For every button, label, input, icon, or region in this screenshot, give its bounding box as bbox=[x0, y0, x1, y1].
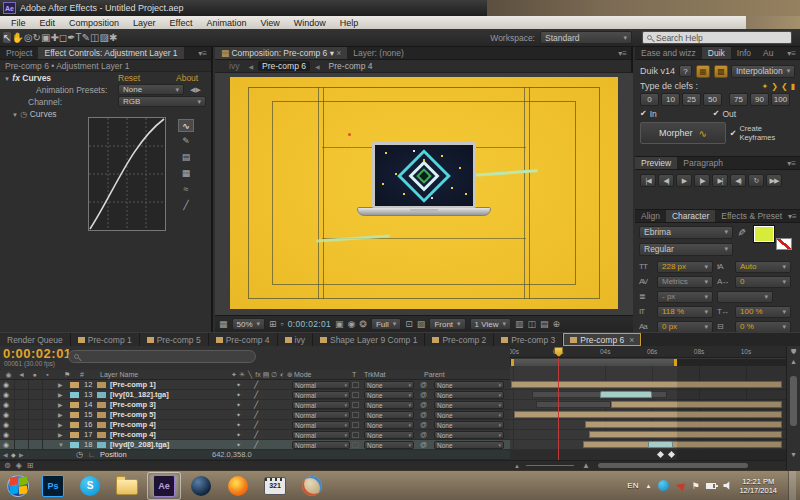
parent-select[interactable]: None▾ bbox=[434, 431, 504, 439]
parent-pickwhip-icon[interactable]: @ bbox=[420, 380, 427, 390]
tab-align[interactable]: Align bbox=[635, 210, 666, 223]
taskbar-after-effects-icon[interactable]: Ae bbox=[147, 472, 181, 500]
eraser-tool-icon[interactable]: ▨ bbox=[100, 32, 109, 43]
layer-label-swatch[interactable] bbox=[70, 422, 79, 428]
trkmat-select[interactable]: None▾ bbox=[364, 391, 414, 399]
layer-visibility-icon[interactable]: ◉ bbox=[3, 430, 9, 440]
always-preview-icon[interactable]: ▦ bbox=[219, 319, 228, 329]
layer-label-swatch[interactable] bbox=[70, 412, 79, 418]
layer-expand-icon[interactable]: ▶ bbox=[58, 400, 63, 410]
char-value-select[interactable]: 0 %▾ bbox=[735, 321, 791, 333]
char-value-select[interactable]: 0▾ bbox=[735, 276, 791, 288]
label-column-icon[interactable]: ⚑ bbox=[64, 370, 70, 380]
layer-shy-switch[interactable]: ✦ bbox=[236, 420, 241, 430]
trkmat-select[interactable]: None▾ bbox=[364, 431, 414, 439]
frame-blend-switch-icon[interactable]: ▤ bbox=[262, 370, 270, 380]
open-curve-file-icon[interactable]: ▤ bbox=[178, 151, 194, 164]
toggle-switches-modes-icon[interactable]: ⊞ bbox=[27, 461, 34, 470]
layer-duration-bar[interactable] bbox=[648, 441, 673, 448]
layer-duration-bar[interactable] bbox=[600, 391, 652, 398]
breadcrumb-ivy[interactable]: ivy bbox=[225, 61, 243, 71]
fast-preview-icon[interactable]: ◫ bbox=[527, 319, 536, 329]
layer-row-15[interactable]: ◉▶15[Pre-comp 5]✦╱Normal▾None▾@None▾ bbox=[0, 410, 510, 420]
layer-visibility-icon[interactable]: ◉ bbox=[3, 420, 9, 430]
preserve-transparency-checkbox[interactable] bbox=[352, 412, 359, 418]
take-snapshot-icon[interactable]: ▣ bbox=[335, 319, 344, 329]
preserve-transparency-checkbox[interactable] bbox=[352, 382, 359, 388]
layer-quality-switch[interactable]: ╱ bbox=[254, 380, 258, 390]
pixel-aspect-icon[interactable]: ▥ bbox=[515, 319, 524, 329]
layer-visibility-icon[interactable]: ◉ bbox=[3, 410, 9, 420]
panel-menu-icon[interactable]: ▾≡ bbox=[787, 49, 800, 58]
char-value-select[interactable]: - px▾ bbox=[657, 291, 713, 303]
timeline-tab-pre-comp-6[interactable]: Pre-comp 6× bbox=[563, 333, 642, 346]
layer-label-swatch[interactable] bbox=[70, 402, 79, 408]
font-style-select[interactable]: Regular▾ bbox=[639, 243, 733, 256]
next-keyframe-icon[interactable]: ▶ bbox=[19, 450, 24, 460]
parent-select[interactable]: None▾ bbox=[434, 381, 504, 389]
menu-window[interactable]: Window bbox=[287, 18, 333, 28]
layer-name[interactable]: [Pre-comp 1] bbox=[110, 380, 156, 390]
taskbar-explorer-icon[interactable] bbox=[110, 472, 144, 500]
layer-quality-switch[interactable]: ╱ bbox=[254, 410, 258, 420]
prev-frame-button[interactable]: ◀| bbox=[658, 174, 674, 187]
panel-menu-icon[interactable]: ▾≡ bbox=[618, 49, 631, 58]
tab-effect-controls[interactable]: Effect Controls: Adjustment Layer 1 bbox=[38, 47, 183, 60]
animation-presets-select[interactable]: None▾ bbox=[118, 84, 184, 95]
tab-preview[interactable]: Preview bbox=[635, 157, 677, 170]
tab-composition[interactable]: ▦ Composition: Pre-comp 6 ▾ × bbox=[215, 47, 347, 60]
tab-info[interactable]: Info bbox=[731, 47, 757, 60]
layer-expand-icon[interactable]: ▶ bbox=[58, 430, 63, 440]
tab-character[interactable]: Character bbox=[666, 210, 715, 223]
layer-label-swatch[interactable] bbox=[70, 392, 79, 398]
scroll-up-icon[interactable]: ▲ bbox=[787, 358, 800, 365]
menu-effect[interactable]: Effect bbox=[163, 18, 200, 28]
char-value-select[interactable]: Auto▾ bbox=[735, 261, 791, 273]
layer-row-13[interactable]: ◉▶13[ivy[01_182].tga]✦╱Normal▾None▾@None… bbox=[0, 390, 510, 400]
view-select[interactable]: Front▾ bbox=[429, 318, 465, 330]
layer-label-swatch[interactable] bbox=[70, 442, 79, 448]
trkmat-select[interactable]: None▾ bbox=[364, 441, 414, 449]
layer-quality-switch[interactable]: ╱ bbox=[254, 430, 258, 440]
panel-menu-icon[interactable]: ▾≡ bbox=[198, 49, 211, 58]
show-snapshot-icon[interactable]: ◉ bbox=[348, 319, 356, 329]
breadcrumb-pre-comp-4[interactable]: Pre-comp 4 bbox=[325, 61, 377, 71]
tab-duik[interactable]: Duik bbox=[702, 47, 731, 60]
tab-project[interactable]: Project bbox=[0, 47, 38, 60]
preset-prev-next-icons[interactable]: ◀▶ bbox=[190, 84, 201, 96]
loop-button[interactable]: ↻ bbox=[748, 174, 764, 187]
char-value-select[interactable]: 100 %▾ bbox=[735, 306, 791, 318]
zoom-tool-icon[interactable]: ◎ bbox=[24, 32, 33, 43]
next-frame-button[interactable]: |▶ bbox=[694, 174, 710, 187]
timeline-search-input[interactable] bbox=[68, 350, 256, 363]
channel-select[interactable]: RGB▾ bbox=[118, 96, 206, 107]
key-percent-0-button[interactable]: 0 bbox=[640, 93, 659, 106]
menu-help[interactable]: Help bbox=[333, 18, 366, 28]
composition-viewport[interactable] bbox=[215, 73, 633, 315]
key-ease-in-icon[interactable]: ❮ bbox=[781, 82, 788, 91]
layer-expand-icon[interactable]: ▶ bbox=[58, 410, 63, 420]
parent-pickwhip-icon[interactable]: @ bbox=[420, 400, 427, 410]
taskbar-firefox-icon[interactable] bbox=[221, 472, 255, 500]
curves-editor[interactable] bbox=[88, 117, 166, 231]
tab-close-icon[interactable]: × bbox=[629, 335, 634, 345]
menu-layer[interactable]: Layer bbox=[126, 18, 163, 28]
trkmat-select[interactable]: None▾ bbox=[364, 411, 414, 419]
char-value-select[interactable]: 228 px▾ bbox=[657, 261, 713, 273]
layer-name[interactable]: [Pre-comp 3] bbox=[110, 400, 156, 410]
audio-column-icon[interactable]: ◄ bbox=[15, 370, 28, 380]
twirl-down-icon[interactable]: ▼ bbox=[4, 76, 10, 82]
parent-pickwhip-icon[interactable]: @ bbox=[420, 430, 427, 440]
out-checkbox[interactable]: ✔Out bbox=[713, 109, 736, 119]
taskbar-mediaplayer-icon[interactable]: 321 bbox=[258, 472, 292, 500]
layer-quality-switch[interactable]: ╱ bbox=[254, 440, 258, 450]
layer-expand-icon[interactable]: ▶ bbox=[58, 420, 63, 430]
save-curve-file-icon[interactable]: ▦ bbox=[178, 167, 194, 180]
layer-row-18[interactable]: ◉▼18[ivyd[0_208].tga]✦╱Normal▾None▾@None… bbox=[0, 440, 510, 450]
stroke-color-swatch[interactable] bbox=[776, 238, 792, 250]
collapse-switch-icon[interactable]: ☀ bbox=[238, 370, 246, 380]
transparency-grid-icon[interactable]: ▨ bbox=[417, 319, 426, 329]
duik-grid-button[interactable]: ▩ bbox=[714, 65, 728, 78]
effect-switch-icon[interactable]: fx bbox=[254, 370, 262, 380]
expand-layer-pane-icon[interactable]: ⊚ bbox=[4, 461, 11, 470]
